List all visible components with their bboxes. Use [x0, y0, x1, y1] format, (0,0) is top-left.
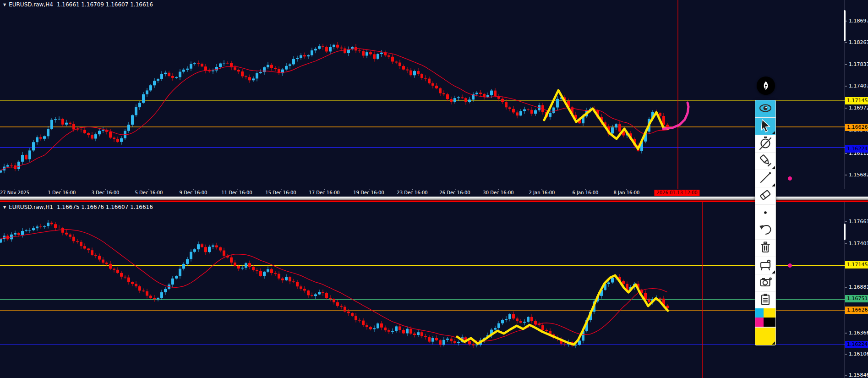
price-level-badge: 1.16224	[845, 145, 868, 153]
undo-icon	[758, 222, 773, 240]
time-tick-label: 17 Dec 16:00	[309, 190, 339, 195]
draw-toolbar-launcher[interactable]	[757, 77, 775, 95]
eye-icon	[758, 100, 773, 118]
trading-workspace: ▼ EURUSD.raw,H4 1.16661 1.16709 1.16607 …	[0, 0, 868, 378]
time-tick-label: 26 Dec 16:00	[439, 190, 470, 195]
paste-board-button[interactable]	[755, 292, 775, 309]
price-axis-h1[interactable]: 1.176611.174011.168811.163661.161061.158…	[845, 202, 868, 378]
price-axis-scrollbar-h4[interactable]	[844, 10, 846, 41]
price-level-badge: 1.16626	[845, 124, 868, 131]
symbol-period-label: EURUSD.raw,H1	[9, 204, 53, 210]
projection-button[interactable]	[755, 257, 775, 274]
candles	[0, 220, 669, 348]
drawing-toolbar	[755, 100, 776, 345]
dot-icon	[758, 205, 773, 222]
stopwatch-off-icon	[758, 135, 773, 153]
eraser-icon	[758, 187, 773, 205]
chart-plot-h1[interactable]	[0, 202, 845, 378]
delete-objects-button[interactable]	[755, 240, 775, 257]
marker-icon	[758, 153, 773, 170]
price-level-badge: 1.17145	[845, 97, 868, 104]
time-tick-label: 6 Jan 16:00	[573, 190, 599, 195]
clipboard-icon	[758, 292, 773, 309]
price-tick-label: 1.16106	[849, 351, 868, 357]
trend-line-button[interactable]	[755, 170, 775, 187]
palette-icon	[755, 308, 775, 329]
pen-nib-icon	[761, 81, 771, 91]
camera-icon	[758, 274, 773, 292]
collapse-indicator-icon[interactable]: ▼	[3, 3, 6, 7]
palette-colors-icon	[755, 308, 775, 327]
time-cursor-badge: 2026.01.13 12:00	[654, 190, 699, 196]
time-tick-label: 5 Dec 16:00	[135, 190, 163, 195]
chart-title-h4: ▼ EURUSD.raw,H4 1.16661 1.16709 1.16607 …	[3, 1, 153, 8]
price-level-badge: 1.16626	[845, 307, 868, 314]
price-tick-label: 1.15846	[849, 372, 868, 378]
marker-pen-button[interactable]	[755, 153, 775, 170]
price-tick-label: 1.18697	[849, 18, 868, 24]
collapse-indicator-icon[interactable]: ▼	[3, 205, 6, 209]
line-icon	[758, 170, 773, 187]
time-tick-label: 30 Dec 16:00	[483, 190, 513, 195]
price-level-badge: 1.17145	[845, 261, 868, 268]
time-tick-label: 1 Dec 16:00	[48, 190, 76, 195]
active-window-border	[0, 200, 868, 202]
chart-title-h1: ▼ EURUSD.raw,H1 1.16675 1.16676 1.16607 …	[3, 204, 153, 210]
tool-color-indicator	[788, 176, 792, 181]
chart-plot-h4[interactable]	[0, 0, 845, 189]
current-color-button[interactable]	[755, 328, 775, 345]
time-tick-label: 9 Dec 16:00	[180, 190, 207, 195]
cursor-icon	[758, 118, 773, 135]
visibility-button[interactable]	[755, 100, 775, 118]
eraser-button[interactable]	[755, 187, 775, 205]
time-tick-label: 27 Nov 2025	[0, 190, 29, 195]
time-tick-label: 15 Dec 16:00	[265, 190, 296, 195]
undo-button[interactable]	[755, 222, 775, 240]
time-axis[interactable]: 27 Nov 20251 Dec 16:003 Dec 16:005 Dec 1…	[0, 189, 868, 197]
time-tick-label: 11 Dec 16:00	[221, 190, 252, 195]
trash-icon	[758, 240, 773, 257]
color-palette-button[interactable]	[755, 309, 775, 328]
time-tick-label: 2 Jan 16:00	[529, 190, 555, 195]
moving-average-line[interactable]	[0, 49, 667, 170]
price-tick-label: 1.17837	[849, 61, 868, 67]
time-tick-label: 19 Dec 16:00	[353, 190, 384, 195]
time-tick-label: 8 Jan 16:00	[614, 190, 640, 195]
price-tick-label: 1.18267	[849, 39, 868, 45]
ohlc-values: 1.16661 1.16709 1.16607 1.16616	[57, 1, 153, 8]
projector-icon	[758, 257, 773, 274]
price-level-badge: 1.16751	[845, 295, 868, 302]
tool-color-indicator	[788, 263, 792, 268]
moving-average-line[interactable]	[0, 230, 667, 341]
time-tick-label: 3 Dec 16:00	[92, 190, 120, 195]
price-tick-label: 1.17401	[849, 241, 868, 247]
price-tick-label: 1.17407	[849, 83, 868, 89]
select-cursor-button[interactable]	[755, 118, 775, 135]
window-splitter[interactable]	[0, 197, 868, 200]
ohlc-values: 1.16675 1.16676 1.16607 1.16616	[57, 204, 153, 210]
price-axis-scrollbar-h1[interactable]	[844, 224, 846, 240]
level-lines[interactable]	[0, 100, 845, 148]
price-tick-label: 1.16366	[849, 330, 868, 336]
price-tick-label: 1.17661	[849, 219, 868, 225]
price-axis-h4[interactable]: 1.186971.182671.178371.174071.169721.165…	[845, 0, 868, 189]
time-tick-label: 23 Dec 16:00	[397, 190, 427, 195]
timer-disabled-button[interactable]	[755, 135, 775, 153]
price-level-badge: 1.16224	[845, 341, 868, 348]
price-tick-label: 1.15682	[849, 172, 868, 178]
symbol-period-label: EURUSD.raw,H4	[9, 1, 53, 8]
screenshot-button[interactable]	[755, 274, 775, 292]
price-tick-label: 1.16972	[849, 105, 868, 111]
point-button[interactable]	[755, 205, 775, 222]
price-tick-label: 1.16881	[849, 284, 868, 290]
